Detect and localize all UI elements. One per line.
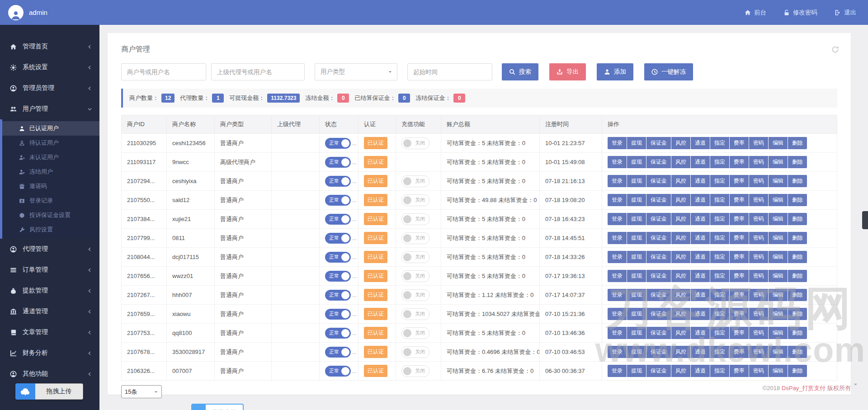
action-margin-button[interactable]: 保证金 [646,137,671,149]
action-login-button[interactable]: 登录 [608,346,627,358]
action-delete-button[interactable]: 删除 [788,346,807,358]
action-withdraw-button[interactable]: 提现 [627,327,646,339]
action-assign-button[interactable]: 指定 [710,365,730,377]
sidebar-subitem-风控设置[interactable]: 风控设置 [2,222,99,237]
action-margin-button[interactable]: 保证金 [646,213,671,225]
action-login-button[interactable]: 登录 [608,308,627,320]
action-withdraw-button[interactable]: 提现 [627,213,646,225]
action-withdraw-button[interactable]: 提现 [627,365,646,377]
unfreeze-button[interactable]: 一键解冻 [644,63,693,80]
action-channel-button[interactable]: 通道 [691,308,710,320]
action-rate-button[interactable]: 费率 [730,346,749,358]
action-rate-button[interactable]: 费率 [730,213,749,225]
action-edit-button[interactable]: 编辑 [769,365,788,377]
sidebar-subitem-已认证用户[interactable]: 已认证用户 [2,121,99,136]
action-risk-button[interactable]: 风控 [671,346,691,358]
action-risk-button[interactable]: 风控 [671,327,691,339]
action-login-button[interactable]: 登录 [608,289,627,301]
sidebar-item-通道管理[interactable]: 通道管理 [0,301,99,322]
action-assign-button[interactable]: 指定 [710,213,730,225]
action-rate-button[interactable]: 费率 [730,251,749,263]
action-delete-button[interactable]: 删除 [788,137,807,149]
action-rate-button[interactable]: 费率 [730,232,749,244]
action-assign-button[interactable]: 指定 [710,194,730,206]
action-risk-button[interactable]: 风控 [671,137,691,149]
action-assign-button[interactable]: 指定 [710,289,730,301]
action-delete-button[interactable]: 删除 [788,289,807,301]
action-login-button[interactable]: 登录 [608,270,627,282]
right-edge-handle[interactable] [862,211,868,229]
action-edit-button[interactable]: 编辑 [769,270,788,282]
action-channel-button[interactable]: 通道 [691,156,710,168]
action-risk-button[interactable]: 风控 [671,175,691,187]
action-password-button[interactable]: 密码 [749,156,769,168]
action-withdraw-button[interactable]: 提现 [627,232,646,244]
action-risk-button[interactable]: 风控 [671,365,691,377]
action-margin-button[interactable]: 保证金 [646,194,671,206]
action-withdraw-button[interactable]: 提现 [627,308,646,320]
action-password-button[interactable]: 密码 [749,327,769,339]
status-toggle[interactable]: 正常 [325,309,351,320]
sidebar-item-财务分析[interactable]: 财务分析 [0,343,99,363]
action-rate-button[interactable]: 费率 [730,270,749,282]
action-delete-button[interactable]: 删除 [788,194,807,206]
action-rate-button[interactable]: 费率 [730,327,749,339]
action-delete-button[interactable]: 删除 [788,365,807,377]
action-margin-button[interactable]: 保证金 [646,289,671,301]
action-withdraw-button[interactable]: 提现 [627,346,646,358]
action-assign-button[interactable]: 指定 [710,156,730,168]
action-withdraw-button[interactable]: 提现 [627,251,646,263]
action-edit-button[interactable]: 编辑 [769,308,788,320]
action-margin-button[interactable]: 保证金 [646,270,671,282]
action-assign-button[interactable]: 指定 [710,270,730,282]
action-rate-button[interactable]: 费率 [730,194,749,206]
sidebar-item-代理管理[interactable]: 代理管理 [0,239,99,259]
action-password-button[interactable]: 密码 [749,194,769,206]
action-edit-button[interactable]: 编辑 [769,194,788,206]
sidebar-subitem-登录记录[interactable]: 登录记录 [2,193,99,208]
action-margin-button[interactable]: 保证金 [646,251,671,263]
action-password-button[interactable]: 密码 [749,175,769,187]
recharge-toggle[interactable]: 关闭 [401,213,429,225]
action-assign-button[interactable]: 指定 [710,308,730,320]
export-button[interactable]: 导出 [549,63,586,80]
sidebar-item-文章管理[interactable]: 文章管理 [0,322,99,343]
status-toggle[interactable]: 正常 [325,233,351,244]
status-toggle[interactable]: 正常 [325,252,351,263]
status-toggle[interactable]: 正常 [325,366,351,377]
action-channel-button[interactable]: 通道 [691,270,710,282]
action-risk-button[interactable]: 风控 [671,156,691,168]
action-margin-button[interactable]: 保证金 [646,346,671,358]
refresh-icon[interactable] [831,46,839,53]
action-delete-button[interactable]: 删除 [788,175,807,187]
status-toggle[interactable]: 正常 [325,271,351,282]
action-login-button[interactable]: 登录 [608,175,627,187]
recharge-toggle[interactable]: 关闭 [401,194,429,206]
recharge-toggle[interactable]: 关闭 [401,365,429,377]
action-edit-button[interactable]: 编辑 [769,232,788,244]
action-withdraw-button[interactable]: 提现 [627,289,646,301]
action-password-button[interactable]: 密码 [749,289,769,301]
sidebar-subitem-待认证用户[interactable]: 待认证用户 [2,136,99,150]
status-toggle[interactable]: 正常 [325,157,351,168]
action-margin-button[interactable]: 保证金 [646,156,671,168]
user-type-select[interactable]: 用户类型 [315,63,397,80]
sidebar-subitem-未认证用户[interactable]: 未认证用户 [2,150,99,165]
action-delete-button[interactable]: 删除 [788,156,807,168]
action-channel-button[interactable]: 通道 [691,175,710,187]
sidebar-item-系统设置[interactable]: 系统设置 [0,57,99,78]
action-password-button[interactable]: 密码 [749,251,769,263]
sidebar-subitem-投诉保证金设置[interactable]: 投诉保证金设置 [2,208,99,222]
action-delete-button[interactable]: 删除 [788,308,807,320]
action-edit-button[interactable]: 编辑 [769,251,788,263]
action-delete-button[interactable]: 删除 [788,327,807,339]
page-size-select[interactable]: 15条 [121,385,162,398]
action-margin-button[interactable]: 保证金 [646,308,671,320]
recharge-toggle[interactable]: 关闭 [401,346,429,358]
recharge-toggle[interactable]: 关闭 [401,175,429,187]
action-login-button[interactable]: 登录 [608,137,627,149]
start-date-input[interactable] [407,63,492,80]
action-channel-button[interactable]: 通道 [691,194,710,206]
action-channel-button[interactable]: 通道 [691,137,710,149]
action-delete-button[interactable]: 删除 [788,232,807,244]
